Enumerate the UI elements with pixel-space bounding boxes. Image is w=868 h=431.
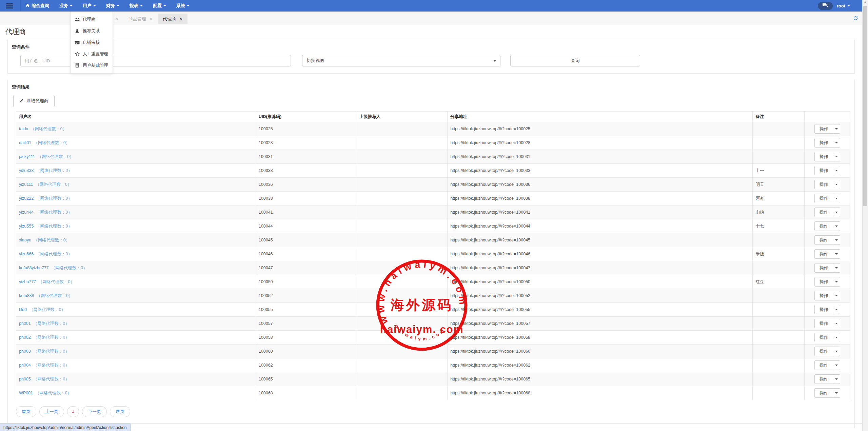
username-link[interactable]: yizu222 <box>19 196 34 201</box>
row-action-button[interactable]: 操作 <box>814 319 833 328</box>
row-action-button[interactable]: 操作 <box>814 333 833 342</box>
refresh-icon[interactable] <box>853 16 859 22</box>
vertical-scrollbar[interactable] <box>862 0 868 431</box>
row-action-button[interactable]: 操作 <box>814 138 833 148</box>
username-link[interactable]: xiaoyu <box>19 238 31 242</box>
chevron-down-icon <box>835 351 838 352</box>
row-action-button[interactable]: 操作 <box>814 277 833 287</box>
row-action-button[interactable]: 操作 <box>814 263 833 273</box>
row-action-button[interactable]: 操作 <box>814 166 833 175</box>
row-action-caret[interactable] <box>833 235 840 245</box>
add-agent-button[interactable]: 新增代理商 <box>13 95 55 107</box>
menu-item-user-base[interactable]: 用户基础管理 <box>71 60 113 71</box>
close-icon[interactable]: ✕ <box>179 17 182 21</box>
row-action-caret[interactable] <box>833 180 840 189</box>
row-action-button[interactable]: 操作 <box>814 180 833 189</box>
username-link[interactable]: kefu88yizhu777 <box>19 266 49 270</box>
menu-item-shop-review[interactable]: 店铺审核 <box>71 37 113 48</box>
scrollbar-thumb[interactable] <box>863 6 867 206</box>
scroll-up-arrow-icon[interactable] <box>864 1 867 3</box>
nav-item-config[interactable]: 配置 <box>153 3 166 9</box>
row-action-caret[interactable] <box>833 152 840 161</box>
nav-item-overview[interactable]: 综合查询 <box>25 3 49 9</box>
remark-cell <box>753 358 805 372</box>
pagination-prev[interactable]: 上一页 <box>39 406 64 417</box>
row-action-button[interactable]: 操作 <box>814 249 833 259</box>
menu-item-referrals[interactable]: 推荐关系 <box>71 25 113 37</box>
nav-item-business[interactable]: 业务 <box>59 3 73 9</box>
username-link[interactable]: Ddd <box>19 307 27 312</box>
username-link[interactable]: yizu666 <box>19 252 34 256</box>
row-action-button[interactable]: 操作 <box>814 221 833 231</box>
nav-item-system[interactable]: 系统 <box>176 3 190 9</box>
username-link[interactable]: yizhu777 <box>19 279 36 284</box>
row-action-caret[interactable] <box>833 263 840 273</box>
username-link[interactable]: jacky111 <box>19 154 35 159</box>
row-action-button[interactable]: 操作 <box>814 152 833 161</box>
chevron-down-icon <box>93 5 96 6</box>
hamburger-menu-icon[interactable] <box>2 0 17 12</box>
row-action-caret[interactable] <box>833 319 840 328</box>
nav-item-finance[interactable]: 财务 <box>106 3 119 9</box>
agent-count-suffix: （网络代理数：0） <box>34 140 70 146</box>
row-action-caret[interactable] <box>833 194 840 203</box>
row-action-caret[interactable] <box>833 166 840 175</box>
username-link[interactable]: ph005 <box>19 377 31 381</box>
user-menu[interactable]: root <box>837 3 850 8</box>
row-action-caret[interactable] <box>833 277 840 287</box>
share-url-cell: https://tiktok.jiuzhouw.top/#/?code=1000… <box>448 247 753 261</box>
search-button[interactable]: 查询 <box>510 55 640 66</box>
close-icon[interactable]: ✕ <box>115 17 118 21</box>
row-action-caret[interactable] <box>833 124 840 134</box>
row-action-caret[interactable] <box>833 360 840 370</box>
keyword-input[interactable] <box>20 55 291 66</box>
username-link[interactable]: ph001 <box>19 321 31 326</box>
nav-item-report[interactable]: 报表 <box>130 3 143 9</box>
row-action-button[interactable]: 操作 <box>814 235 833 245</box>
row-action-caret[interactable] <box>833 249 840 259</box>
pagination-current-page[interactable]: 1 <box>67 406 79 417</box>
menu-item-agents[interactable]: 代理商 <box>71 14 113 25</box>
tab-agents[interactable]: 代理商 ✕ <box>158 14 188 24</box>
row-action-button[interactable]: 操作 <box>814 388 833 398</box>
username-link[interactable]: daili01 <box>19 140 31 145</box>
nav-item-user[interactable]: 用户 <box>83 3 96 9</box>
pagination-first[interactable]: 首页 <box>16 406 36 417</box>
view-select[interactable]: 切换视图 <box>302 55 500 66</box>
row-action-button[interactable]: 操作 <box>814 347 833 356</box>
row-action-caret[interactable] <box>833 333 840 342</box>
row-action-button[interactable]: 操作 <box>814 360 833 370</box>
username-link[interactable]: yizu333 <box>19 168 34 173</box>
username-link[interactable]: taida <box>19 126 28 131</box>
username-link[interactable]: yizu555 <box>19 224 34 229</box>
username-link[interactable]: yizu444 <box>19 210 34 215</box>
username-link[interactable]: WP001 <box>19 391 33 395</box>
row-action-button[interactable]: 操作 <box>814 124 833 134</box>
pagination-last[interactable]: 尾页 <box>110 406 130 417</box>
username-link[interactable]: yizu111 <box>19 182 33 187</box>
row-action-button[interactable]: 操作 <box>814 291 833 300</box>
row-action-button[interactable]: 操作 <box>814 194 833 203</box>
row-action-caret[interactable] <box>833 291 840 300</box>
tab-products[interactable]: 商品管理 ✕ <box>123 14 158 24</box>
row-action-button[interactable]: 操作 <box>814 208 833 217</box>
close-icon[interactable]: ✕ <box>149 17 153 21</box>
remark-cell <box>753 386 805 400</box>
username-link[interactable]: ph004 <box>19 363 31 368</box>
menu-item-manual-reset[interactable]: 人工重置管理 <box>71 48 113 60</box>
agent-count-suffix: （网络代理数：0） <box>33 335 70 340</box>
messages-button[interactable] <box>818 2 833 10</box>
username-link[interactable]: ph003 <box>19 349 31 354</box>
row-action-caret[interactable] <box>833 221 840 231</box>
row-action-caret[interactable] <box>833 374 840 384</box>
username-link[interactable]: kefu888 <box>19 293 34 298</box>
row-action-caret[interactable] <box>833 388 840 398</box>
row-action-button[interactable]: 操作 <box>814 374 833 384</box>
username-link[interactable]: ph002 <box>19 335 31 340</box>
row-action-caret[interactable] <box>833 347 840 356</box>
pagination-next[interactable]: 下一页 <box>82 406 107 417</box>
row-action-button[interactable]: 操作 <box>814 305 833 314</box>
row-action-caret[interactable] <box>833 305 840 314</box>
row-action-caret[interactable] <box>833 208 840 217</box>
row-action-caret[interactable] <box>833 138 840 148</box>
